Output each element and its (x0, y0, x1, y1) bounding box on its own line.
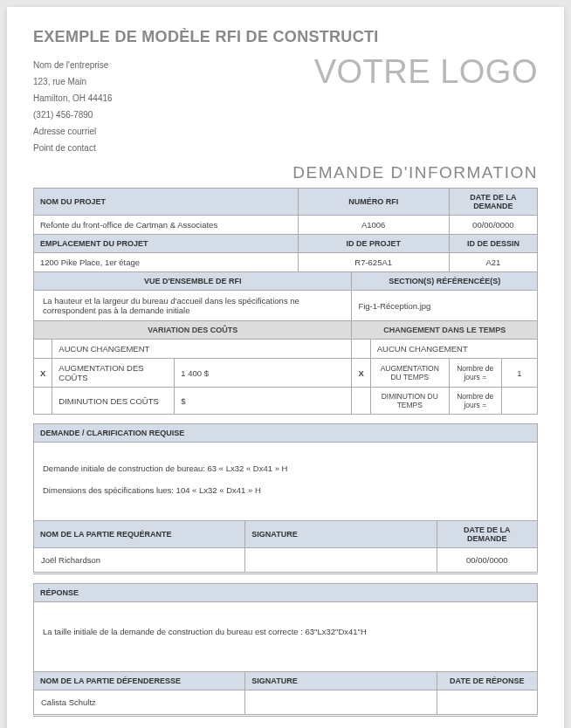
value-signature2 (245, 690, 437, 716)
response-table: RÉPONSE La taille initiale de la demande… (33, 583, 538, 717)
subtitle: DEMANDE D'INFORMATION (33, 163, 538, 182)
project-info-table: NOM DU PROJET NUMÉRO RFI DATE DE LA DEMA… (33, 188, 538, 415)
label-time-decrease: DIMINUTION DU TEMPS (370, 388, 449, 415)
header-row: Nom de l'entreprise 123, rue Main Hamilt… (33, 57, 538, 156)
value-rfi-number: A1006 (298, 216, 449, 235)
label-requesting-party: NOM DE LA PARTIE REQUÉRANTE (34, 521, 245, 548)
value-project-location: 1200 Pike Place, 1er étage (34, 253, 299, 272)
label-cost-decrease: DIMINUTION DES COÛTS (52, 388, 175, 415)
label-time-change: CHANGEMENT DANS LE TEMPS (352, 321, 538, 340)
label-defending-party: NOM DE LA PARTIE DÉFENDERESSE (34, 672, 245, 690)
cost-decrease-x (34, 388, 52, 415)
cost-nochange-x (34, 340, 52, 359)
request-table: DEMANDE / CLARIFICATION REQUISE Demande … (33, 423, 538, 574)
value-response-date (437, 690, 537, 716)
company-contact: Point de contact (33, 140, 113, 156)
value-defending-party: Calista Schultz (34, 690, 245, 716)
label-drawing-id: ID DE DESSIN (449, 235, 537, 253)
company-name: Nom de l'entreprise (33, 57, 113, 73)
label-days1: Nombre de jours = (449, 359, 501, 388)
value-time-decrease (501, 388, 537, 415)
value-request-date: 00/00/0000 (449, 216, 537, 235)
value-cost-increase: 1 400 $ (175, 359, 352, 388)
value-project-id: R7-625A1 (298, 253, 449, 272)
label-request-date2: DATE DE LA DEMANDE (437, 521, 537, 548)
label-project-location: EMPLACEMENT DU PROJET (34, 235, 299, 253)
request-body: Demande initiale de construction de bure… (34, 443, 538, 521)
page-title: EXEMPLE DE MODÈLE RFI DE CONSTRUCTI (33, 28, 538, 46)
label-days2: Nombre de jours = (449, 388, 501, 415)
label-signature1: SIGNATURE (245, 521, 437, 548)
value-project-name: Refonte du front-office de Cartman & Ass… (34, 216, 299, 235)
company-address2: Hamilton, OH 44416 (33, 90, 113, 106)
value-time-increase: 1 (501, 359, 537, 388)
label-project-name: NOM DU PROJET (34, 189, 299, 216)
request-line1: Demande initiale de construction de bure… (43, 464, 528, 473)
time-increase-x: X (352, 359, 370, 388)
label-project-id: ID DE PROJET (298, 235, 449, 253)
value-rfi-overview: La hauteur et la largeur du bureau d'acc… (34, 291, 352, 321)
label-cost-variation: VARIATION DES COÛTS (34, 321, 352, 340)
time-decrease-x (352, 388, 370, 415)
document-page: EXEMPLE DE MODÈLE RFI DE CONSTRUCTI Nom … (7, 7, 564, 728)
company-email: Adresse courriel (33, 123, 113, 140)
label-cost-nochange: AUCUN CHANGEMENT (52, 340, 352, 359)
label-time-nochange: AUCUN CHANGEMENT (370, 340, 537, 359)
value-ref-sections: Fig-1-Réception.jpg (352, 291, 538, 321)
label-signature2: SIGNATURE (245, 672, 437, 690)
company-phone: (321) 456-7890 (33, 106, 113, 123)
label-rfi-number: NUMÉRO RFI (298, 189, 449, 216)
label-request-date: DATE DE LA DEMANDE (449, 189, 537, 216)
label-request-clarification: DEMANDE / CLARIFICATION REQUISE (34, 424, 538, 443)
response-body: La taille initiale de la demande de cons… (34, 602, 538, 672)
label-cost-increase: AUGMENTATION DES COÛTS (52, 359, 175, 388)
value-request-date2: 00/00/0000 (437, 548, 537, 573)
label-rfi-overview: VUE D'ENSEMBLE DE RFI (34, 272, 352, 291)
company-block: Nom de l'entreprise 123, rue Main Hamilt… (33, 57, 113, 156)
time-nochange-x (352, 340, 370, 359)
request-line2: Dimensions des spécifications lues: 104 … (43, 485, 528, 495)
value-drawing-id: A21 (449, 253, 537, 272)
company-address1: 123, rue Main (33, 73, 113, 90)
value-signature1 (245, 548, 437, 573)
logo-placeholder: VOTRE LOGO (314, 53, 538, 91)
label-response-date: DATE DE RÉPONSE (437, 672, 537, 690)
value-requesting-party: Joël Richardson (34, 548, 245, 573)
label-response: RÉPONSE (34, 584, 538, 602)
label-time-increase: AUGMENTATION DU TEMPS (370, 359, 449, 388)
label-ref-sections: SECTION(S) RÉFÉRENCÉE(S) (352, 272, 538, 291)
value-cost-decrease: $ (175, 388, 352, 415)
response-line: La taille initiale de la demande de cons… (43, 627, 528, 636)
cost-increase-x: X (34, 359, 52, 388)
